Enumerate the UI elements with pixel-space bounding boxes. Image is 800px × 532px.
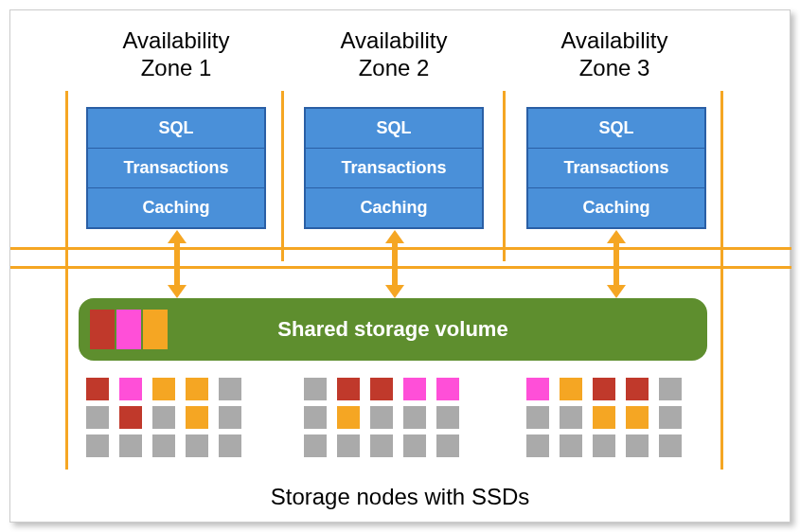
storage-block-gray — [526, 406, 549, 429]
storage-block-yellow — [560, 378, 582, 400]
storage-block-yellow — [626, 406, 649, 429]
storage-block-gray — [560, 434, 582, 457]
storage-block-yellow — [152, 378, 175, 400]
storage-block-gray — [560, 406, 582, 429]
storage-block-pink — [526, 378, 549, 400]
bidirectional-arrow-icon — [385, 230, 404, 298]
storage-block-gray — [86, 406, 109, 429]
grid-vline — [720, 91, 723, 470]
storage-node-row — [304, 434, 459, 457]
storage-block-red — [119, 406, 142, 429]
grid-vline — [281, 91, 284, 261]
storage-node-row — [526, 406, 682, 429]
storage-block-yellow — [186, 406, 208, 429]
storage-block-gray — [119, 434, 142, 457]
storage-block-gray — [370, 406, 393, 429]
storage-block-pink — [403, 378, 426, 400]
storage-node-group-az3 — [526, 378, 682, 457]
storage-block-gray — [152, 406, 175, 429]
block-red — [90, 310, 115, 349]
storage-block-red — [370, 378, 393, 400]
layer-transactions: Transactions — [306, 149, 482, 188]
grid-vline — [65, 91, 68, 470]
storage-block-gray — [152, 434, 175, 457]
storage-node-row — [86, 378, 241, 400]
storage-block-yellow — [593, 406, 615, 429]
bidirectional-arrow-icon — [607, 230, 626, 298]
storage-block-pink — [119, 378, 142, 400]
storage-block-gray — [403, 434, 426, 457]
storage-block-gray — [219, 406, 241, 429]
storage-block-gray — [304, 406, 327, 429]
storage-block-gray — [219, 378, 241, 400]
layer-caching: Caching — [88, 188, 264, 227]
storage-block-red — [626, 378, 649, 400]
compute-stack-az2: SQL Transactions Caching — [304, 107, 484, 229]
storage-node-row — [304, 406, 459, 429]
block-yellow — [143, 310, 168, 349]
storage-block-gray — [659, 378, 682, 400]
storage-block-gray — [370, 434, 393, 457]
block-pink — [116, 310, 141, 349]
storage-block-red — [337, 378, 360, 400]
storage-block-gray — [304, 434, 327, 457]
layer-caching: Caching — [528, 188, 704, 227]
storage-block-gray — [86, 434, 109, 457]
storage-node-row — [86, 406, 241, 429]
architecture-diagram: AvailabilityZone 1 AvailabilityZone 2 Av… — [9, 9, 791, 523]
storage-block-gray — [436, 406, 459, 429]
layer-caching: Caching — [306, 188, 482, 227]
bidirectional-arrow-icon — [168, 230, 187, 298]
layer-sql: SQL — [88, 109, 264, 149]
footer-label: Storage nodes with SSDs — [10, 484, 790, 510]
storage-node-group-az2 — [304, 378, 459, 457]
storage-block-gray — [659, 434, 682, 457]
layer-transactions: Transactions — [528, 149, 704, 188]
storage-node-row — [86, 434, 241, 457]
storage-block-gray — [626, 434, 649, 457]
layer-transactions: Transactions — [88, 149, 264, 188]
layer-sql: SQL — [306, 109, 482, 149]
storage-block-yellow — [186, 378, 208, 400]
az-title-1: AvailabilityZone 1 — [72, 27, 280, 82]
storage-block-pink — [436, 378, 459, 400]
storage-block-gray — [337, 434, 360, 457]
storage-header-blocks — [90, 310, 168, 349]
storage-block-yellow — [337, 406, 360, 429]
storage-block-gray — [436, 434, 459, 457]
storage-node-row — [526, 378, 682, 400]
storage-block-gray — [659, 406, 682, 429]
storage-block-gray — [304, 378, 327, 400]
az-title-2: AvailabilityZone 2 — [290, 27, 498, 82]
storage-block-red — [86, 378, 109, 400]
storage-block-gray — [186, 434, 208, 457]
storage-block-gray — [593, 434, 615, 457]
shared-storage-volume: Shared storage volume — [79, 298, 707, 361]
grid-vline — [503, 91, 506, 261]
storage-block-gray — [526, 434, 549, 457]
shared-storage-label: Shared storage volume — [277, 317, 507, 342]
storage-block-gray — [219, 434, 241, 457]
storage-node-row — [526, 434, 682, 457]
layer-sql: SQL — [528, 109, 704, 149]
storage-block-red — [593, 378, 615, 400]
az-title-3: AvailabilityZone 3 — [510, 27, 719, 82]
storage-node-group-az1 — [86, 378, 241, 457]
storage-block-gray — [403, 406, 426, 429]
compute-stack-az3: SQL Transactions Caching — [526, 107, 706, 229]
storage-node-row — [304, 378, 459, 400]
compute-stack-az1: SQL Transactions Caching — [86, 107, 266, 229]
